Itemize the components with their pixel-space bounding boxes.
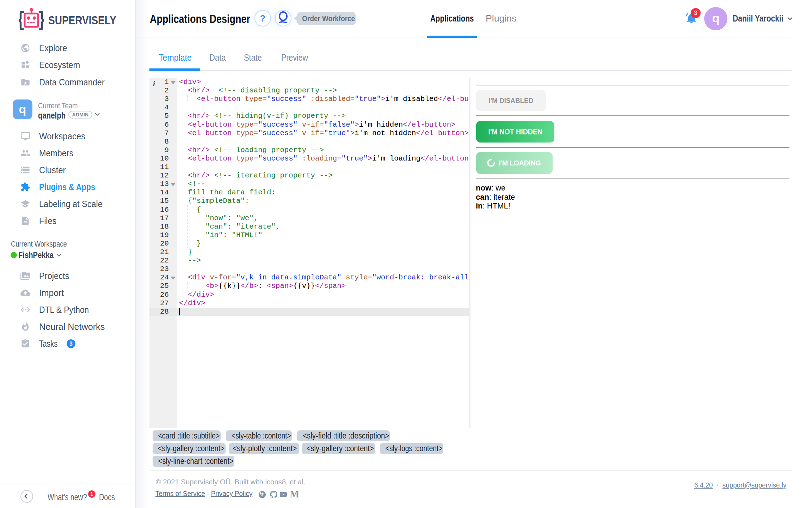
svg-text:SUPERVISELY: SUPERVISELY	[48, 14, 116, 27]
